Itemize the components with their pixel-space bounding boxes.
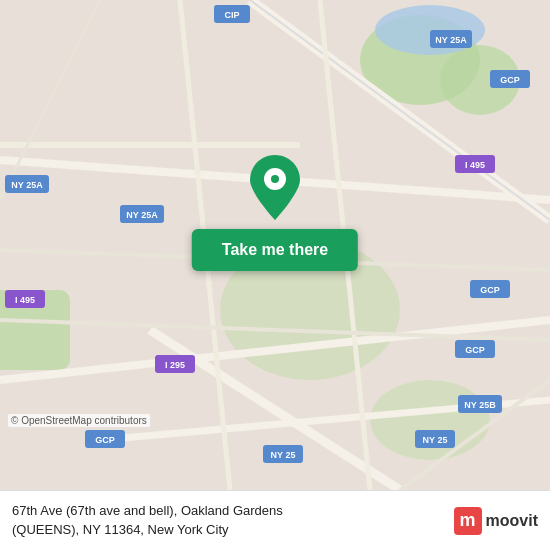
svg-point-49 xyxy=(271,175,279,183)
address-line2: (QUEENS), NY 11364, New York City xyxy=(12,522,229,537)
osm-credit: © OpenStreetMap contributors xyxy=(8,414,150,427)
svg-text:NY 25: NY 25 xyxy=(423,435,448,445)
take-me-there-button[interactable]: Take me there xyxy=(192,229,358,271)
svg-text:NY 25B: NY 25B xyxy=(464,400,496,410)
svg-text:I 495: I 495 xyxy=(15,295,35,305)
svg-text:GCP: GCP xyxy=(480,285,500,295)
map-pin xyxy=(250,155,300,215)
bottom-bar: 67th Ave (67th ave and bell), Oakland Ga… xyxy=(0,490,550,550)
svg-text:NY 25: NY 25 xyxy=(271,450,296,460)
address-line1: 67th Ave (67th ave and bell), Oakland Ga… xyxy=(12,503,283,518)
svg-text:GCP: GCP xyxy=(465,345,485,355)
moovit-m-icon: m xyxy=(454,507,482,535)
svg-text:NY 25A: NY 25A xyxy=(435,35,467,45)
svg-text:GCP: GCP xyxy=(500,75,520,85)
svg-text:CIP: CIP xyxy=(224,10,239,20)
svg-text:I 495: I 495 xyxy=(465,160,485,170)
svg-text:NY 25A: NY 25A xyxy=(11,180,43,190)
map-container: CIP NY 25A NY 25A NY 25A I 495 I 495 I 2… xyxy=(0,0,550,490)
moovit-logo: m moovit xyxy=(454,507,538,535)
svg-text:GCP: GCP xyxy=(95,435,115,445)
address-text: 67th Ave (67th ave and bell), Oakland Ga… xyxy=(12,502,444,538)
moovit-brand-name: moovit xyxy=(486,512,538,530)
svg-text:NY 25A: NY 25A xyxy=(126,210,158,220)
svg-text:I 295: I 295 xyxy=(165,360,185,370)
